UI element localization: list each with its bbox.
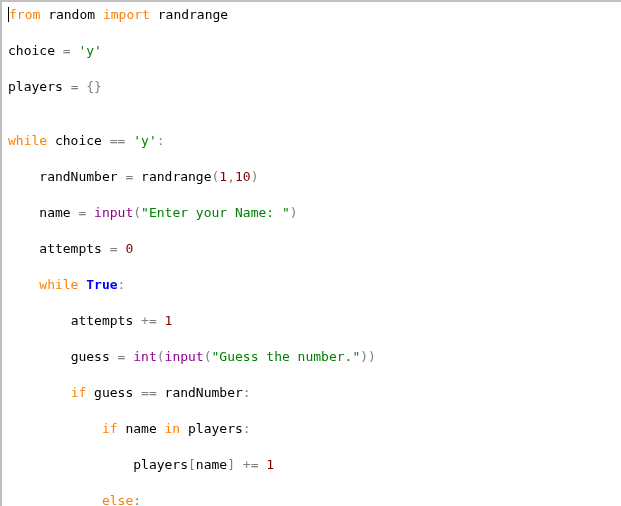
code-editor: from random import randrange choice = 'y…	[2, 2, 621, 506]
code-line-8: attempts = 0	[8, 240, 615, 258]
code-line-1: from random import randrange	[8, 6, 615, 24]
code-line-2: choice = 'y'	[8, 42, 615, 60]
code-line-15: else:	[8, 492, 615, 506]
code-line-3: players = {}	[8, 78, 615, 96]
code-line-12: if guess == randNumber:	[8, 384, 615, 402]
code-line-5: while choice == 'y':	[8, 132, 615, 150]
code-line-14: players[name] += 1	[8, 456, 615, 474]
code-line-7: name = input("Enter your Name: ")	[8, 204, 615, 222]
code-line-9: while True:	[8, 276, 615, 294]
code-line-13: if name in players:	[8, 420, 615, 438]
code-line-11: guess = int(input("Guess the number."))	[8, 348, 615, 366]
code-line-6: randNumber = randrange(1,10)	[8, 168, 615, 186]
code-line-10: attempts += 1	[8, 312, 615, 330]
